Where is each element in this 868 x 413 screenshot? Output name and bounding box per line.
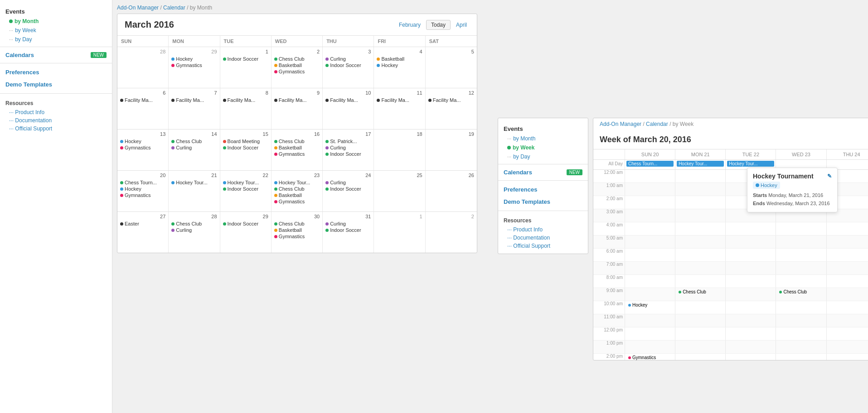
- week-cell-sun20-14[interactable]: Gymnastics: [625, 354, 675, 360]
- product-info-link[interactable]: ··· Product Info: [0, 108, 112, 116]
- week-cell-thu24-12[interactable]: [827, 327, 868, 340]
- list-item[interactable]: Basketball: [274, 62, 320, 68]
- list-item[interactable]: Curling: [325, 180, 371, 185]
- week-breadcrumb-addon[interactable]: Add-On Manager: [600, 121, 641, 127]
- next-month-button[interactable]: April: [453, 21, 470, 29]
- week-cell-mon21-9[interactable]: Chess Club: [675, 288, 726, 301]
- list-item[interactable]: Curling: [325, 56, 371, 62]
- week-cell-tue22-11[interactable]: [726, 314, 776, 327]
- today-button[interactable]: Today: [426, 20, 451, 30]
- list-item[interactable]: Facility Ma...: [428, 97, 474, 103]
- week-cell-sun20-4[interactable]: [625, 222, 675, 235]
- week-cell-mon21-7[interactable]: [675, 262, 726, 274]
- list-item[interactable]: Facility Ma...: [274, 97, 320, 103]
- list-item[interactable]: Basketball: [377, 56, 422, 62]
- new-calendar-button[interactable]: NEW: [91, 52, 107, 58]
- mini-by-day[interactable]: ··· by Day: [498, 152, 588, 161]
- calendar-cell-2-6[interactable]: 19: [426, 130, 477, 170]
- week-cell-thu24-8[interactable]: [827, 275, 868, 288]
- calendar-cell-0-4[interactable]: 3CurlingIndoor Soccer: [323, 47, 374, 88]
- calendar-cell-2-1[interactable]: 14Chess ClubCurling: [169, 130, 220, 170]
- week-cell-tue22-14[interactable]: [726, 354, 776, 360]
- mini-demo-templates-link[interactable]: Demo Templates: [498, 196, 588, 208]
- calendar-cell-3-0[interactable]: 20Chess Tourn...HockeyGymnastics: [117, 171, 169, 211]
- demo-templates-link[interactable]: Demo Templates: [0, 78, 112, 91]
- list-item[interactable]: Chess Club: [777, 289, 824, 295]
- list-item[interactable]: Facility Ma...: [325, 97, 371, 103]
- mini-documentation[interactable]: ··· Documentation: [498, 234, 588, 242]
- list-item[interactable]: Facility Ma...: [120, 97, 165, 103]
- list-item[interactable]: Indoor Soccer: [325, 227, 371, 233]
- calendar-cell-3-3[interactable]: 23Hockey Tour...Chess ClubBasketballGymn…: [272, 171, 323, 211]
- calendar-cell-1-5[interactable]: 11Facility Ma...: [374, 88, 425, 129]
- list-item[interactable]: Gymnastics: [274, 151, 320, 157]
- week-cell-wed23-10[interactable]: [776, 301, 826, 314]
- week-cell-sun20-13[interactable]: [625, 341, 675, 353]
- calendar-cell-3-2[interactable]: 22Hockey Tour...Indoor Soccer: [220, 171, 272, 211]
- calendar-cell-3-6[interactable]: 26: [426, 171, 477, 211]
- week-breadcrumb-calendar[interactable]: Calendar: [646, 121, 668, 127]
- week-cell-wed23-11[interactable]: [776, 314, 826, 327]
- list-item[interactable]: Chess Club: [274, 56, 320, 62]
- calendar-cell-0-0[interactable]: 28: [117, 47, 169, 88]
- week-cell-tue22-6[interactable]: [726, 249, 776, 261]
- week-cell-wed23-5[interactable]: [776, 235, 826, 248]
- week-cell-tue22-12[interactable]: [726, 327, 776, 340]
- week-cell-sun20-1[interactable]: [625, 183, 675, 196]
- calendar-cell-1-1[interactable]: 7Facility Ma...: [169, 88, 220, 129]
- sidebar-item-by-day[interactable]: ··· by Day: [0, 35, 112, 44]
- calendar-cell-0-5[interactable]: 4BasketballHockey: [374, 47, 425, 88]
- list-item[interactable]: Basketball: [274, 192, 320, 198]
- week-cell-mon21-4[interactable]: [675, 222, 726, 235]
- allday-hockey-tour-tue[interactable]: Hockey Tour...: [727, 161, 774, 167]
- week-cell-thu24-5[interactable]: [827, 235, 868, 248]
- week-cell-sun20-6[interactable]: [625, 249, 675, 261]
- list-item[interactable]: Curling: [325, 221, 371, 226]
- week-cell-thu24-13[interactable]: [827, 341, 868, 353]
- list-item[interactable]: Indoor Soccer: [223, 145, 268, 150]
- week-cell-mon21-8[interactable]: [675, 275, 726, 288]
- week-cell-tue22-13[interactable]: [726, 341, 776, 353]
- list-item[interactable]: Gymnastics: [626, 355, 674, 360]
- week-cell-wed23-7[interactable]: [776, 262, 826, 274]
- week-cell-mon21-1[interactable]: [675, 183, 726, 196]
- list-item[interactable]: Hockey Tour...: [171, 180, 217, 185]
- list-item[interactable]: Curling: [171, 145, 217, 150]
- week-cell-mon21-0[interactable]: [675, 170, 726, 182]
- list-item[interactable]: Indoor Soccer: [325, 62, 371, 68]
- list-item[interactable]: Gymnastics: [171, 62, 217, 68]
- list-item[interactable]: Hockey: [120, 139, 165, 144]
- calendar-cell-2-5[interactable]: 18: [374, 130, 425, 170]
- week-cell-mon21-6[interactable]: [675, 249, 726, 261]
- week-cell-sun20-2[interactable]: [625, 196, 675, 209]
- week-cell-tue22-7[interactable]: [726, 262, 776, 274]
- calendar-cell-3-4[interactable]: 24CurlingIndoor Soccer: [323, 171, 374, 211]
- week-cell-wed23-14[interactable]: [776, 354, 826, 360]
- calendar-cell-1-3[interactable]: 9Facility Ma...: [272, 88, 323, 129]
- week-cell-mon21-2[interactable]: [675, 196, 726, 209]
- preferences-link[interactable]: Preferences: [0, 66, 112, 78]
- calendar-cell-1-6[interactable]: 12Facility Ma...: [426, 88, 477, 129]
- week-cell-mon21-5[interactable]: [675, 235, 726, 248]
- list-item[interactable]: Board Meeting: [223, 139, 268, 144]
- list-item[interactable]: Chess Club: [274, 139, 320, 144]
- week-cell-sun20-3[interactable]: [625, 209, 675, 222]
- list-item[interactable]: Gymnastics: [120, 192, 165, 198]
- list-item[interactable]: Facility Ma...: [223, 97, 268, 103]
- list-item[interactable]: Basketball: [274, 227, 320, 233]
- mini-preferences-link[interactable]: Preferences: [498, 183, 588, 196]
- list-item[interactable]: Indoor Soccer: [325, 186, 371, 192]
- week-cell-sun20-5[interactable]: [625, 235, 675, 248]
- list-item[interactable]: St. Patrick...: [325, 139, 371, 144]
- week-cell-tue22-4[interactable]: [726, 222, 776, 235]
- list-item[interactable]: Hockey: [171, 56, 217, 62]
- mini-calendars-link[interactable]: Calendars: [504, 169, 532, 176]
- mini-official-support[interactable]: ··· Official Support: [498, 242, 588, 250]
- list-item[interactable]: Easter: [120, 221, 165, 226]
- list-item[interactable]: Hockey: [120, 186, 165, 192]
- week-cell-mon21-13[interactable]: [675, 341, 726, 353]
- week-cell-thu24-14[interactable]: [827, 354, 868, 360]
- list-item[interactable]: Gymnastics: [274, 199, 320, 204]
- week-cell-sun20-0[interactable]: [625, 170, 675, 182]
- list-item[interactable]: Indoor Soccer: [223, 186, 268, 192]
